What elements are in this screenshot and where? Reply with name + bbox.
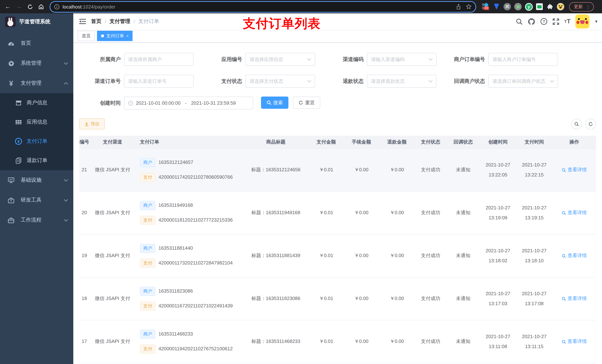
cell-pay-order: 商户1635312124657支付42000011742021102780605…: [136, 158, 243, 182]
puzzle-extension-icon[interactable]: [546, 3, 553, 10]
breadcrumb-item-1[interactable]: 支付管理: [110, 18, 130, 25]
sidebar-subitem-0[interactable]: 商户信息: [0, 93, 73, 113]
browser-update-button[interactable]: 更新 ⋮: [569, 2, 594, 11]
reset-button[interactable]: 重置: [293, 96, 320, 109]
merchant-order-no-filter-input[interactable]: [489, 53, 558, 65]
notify-status-filter[interactable]: [488, 75, 558, 88]
view-detail-link[interactable]: 查看详情: [552, 295, 596, 302]
merchant-order-no: 1635312124657: [159, 159, 193, 166]
view-detail-link[interactable]: 查看详情: [552, 209, 596, 216]
sidebar-item-3[interactable]: 基础设施: [0, 170, 73, 190]
cell-pay-order: 商户1635311354796: [136, 363, 243, 364]
detail-search-icon: [562, 296, 566, 301]
sidebar-logo[interactable]: 芋道管理系统: [0, 13, 73, 30]
refund-status-filter[interactable]: [367, 75, 437, 88]
sidebar-item-label: 工作流程: [21, 217, 64, 223]
merchant-tag: 商户: [140, 201, 155, 210]
sidebar-item-5[interactable]: 工作流程: [0, 210, 73, 230]
monitor-icon: [8, 177, 14, 184]
share-icon[interactable]: [456, 4, 461, 10]
avatar[interactable]: [575, 14, 589, 29]
refresh-icon[interactable]: [585, 119, 596, 129]
merchant-order-no: 1635311949168: [159, 202, 193, 209]
search-button[interactable]: 搜索: [261, 96, 288, 109]
pay-status-filter[interactable]: [246, 75, 315, 88]
merchant-tag: 商户: [140, 287, 155, 296]
tab-close-icon[interactable]: ×: [126, 34, 129, 38]
column-header-10: 支付时间: [516, 136, 552, 148]
merchant-order-no-filter[interactable]: [488, 53, 558, 66]
kite-extension-icon[interactable]: [493, 3, 500, 10]
sidebar-item-1[interactable]: 系统管理: [0, 53, 73, 73]
merchant-tag: 商户: [140, 244, 155, 253]
cell-title: 标题：1635312124656: [243, 166, 309, 174]
channel-code-filter[interactable]: [367, 53, 437, 66]
app-filter[interactable]: [246, 53, 315, 66]
view-detail-link[interactable]: 查看详情: [552, 252, 596, 259]
column-header-9: 创建时间: [480, 136, 516, 148]
chevron-up-icon: [64, 82, 68, 84]
browser-forward-button[interactable]: →: [14, 2, 24, 11]
app-filter-input[interactable]: [246, 53, 315, 65]
cell-title: 标题：1635311881439: [243, 252, 309, 259]
help-icon[interactable]: ?: [540, 18, 548, 25]
pinned-grid-extension-icon[interactable]: 10: [482, 3, 489, 10]
page-title-annotation: 支付订单列表: [243, 15, 321, 32]
emoji-extension-icon[interactable]: [557, 3, 564, 10]
browser-back-button[interactable]: ←: [3, 2, 13, 11]
chat-extension-icon[interactable]: [536, 3, 543, 10]
view-detail-link[interactable]: 查看详情: [552, 166, 596, 174]
sidebar-item-0[interactable]: 首页: [0, 33, 73, 53]
refund-status-filter-input[interactable]: [367, 75, 436, 87]
pay-tag: 支付: [140, 259, 155, 268]
search-toggle-icon[interactable]: [571, 119, 582, 129]
sidebar-subitem-2[interactable]: ¥支付订单: [0, 132, 73, 151]
cell-channel: 微信 JSAPI 支付: [89, 295, 136, 302]
sidebar-subitem-1[interactable]: 应用信息: [0, 113, 73, 132]
reset-icon: [298, 100, 303, 105]
export-button[interactable]: 导出: [79, 118, 105, 129]
sidebar-item-4[interactable]: 研发工具: [0, 190, 73, 210]
sidebar-item-2[interactable]: ¥支付管理: [0, 73, 73, 93]
command-extension-icon[interactable]: ⌘: [504, 3, 511, 10]
clock-icon: [128, 100, 133, 106]
breadcrumb-item-0[interactable]: 首页: [91, 18, 101, 25]
caret-down-icon[interactable]: ▼: [594, 19, 598, 24]
github-icon[interactable]: [527, 18, 535, 25]
shop-icon: [15, 99, 22, 106]
pay-tag: 支付: [140, 216, 155, 225]
table-header: 编号支付渠道支付订单商品标题支付金额手续金额退款金额支付状态回调状态创建时间支付…: [79, 136, 596, 149]
hamburger-icon[interactable]: [73, 19, 91, 24]
site-info-icon[interactable]: [54, 4, 60, 10]
channel-order-no-filter-input[interactable]: [124, 75, 193, 87]
merchant-filter[interactable]: [124, 53, 194, 66]
cell-refund: ￥0.00: [379, 209, 415, 216]
sidebar-subitem-3[interactable]: 退款订单: [0, 151, 73, 170]
notify-status-filter-input[interactable]: [489, 75, 558, 87]
view-detail-link[interactable]: 查看详情: [552, 338, 596, 345]
channel-code-filter-input[interactable]: [367, 53, 436, 65]
search-icon[interactable]: [516, 18, 523, 25]
channel-order-no-filter[interactable]: [124, 75, 194, 88]
browser-reload-button[interactable]: [25, 2, 35, 11]
cell-fee: ￥0.00: [344, 209, 379, 216]
sidebar-item-label: 系统管理: [21, 60, 64, 67]
tab-1[interactable]: 支付订单×: [97, 31, 133, 41]
bookmark-star-icon[interactable]: [466, 4, 472, 10]
detail-search-icon: [562, 254, 566, 258]
browser-menu-icon[interactable]: ⋮: [586, 4, 591, 9]
create-time-range-picker[interactable]: 2021-10-01 00:00:00 - 2021-10-31 23:59:5…: [124, 96, 253, 110]
cell-create-time: 2021-10-2713:19:09: [480, 204, 516, 221]
font-size-icon[interactable]: TT: [564, 18, 570, 25]
recorder-extension-icon[interactable]: [514, 3, 522, 10]
pay-status-filter-input[interactable]: [246, 75, 315, 87]
fullscreen-icon[interactable]: [552, 18, 559, 25]
cell-notify: 未通知: [447, 338, 480, 345]
tab-0[interactable]: 首页: [78, 31, 95, 41]
browser-home-button[interactable]: [36, 2, 46, 11]
url-bar[interactable]: localhost:1024/pay/order: [50, 1, 476, 12]
column-header-2: 支付订单: [136, 136, 243, 148]
merchant-filter-input[interactable]: [124, 53, 193, 65]
vue-devtools-icon[interactable]: y: [525, 3, 533, 10]
app-filter-label: 应用编号: [201, 56, 246, 63]
